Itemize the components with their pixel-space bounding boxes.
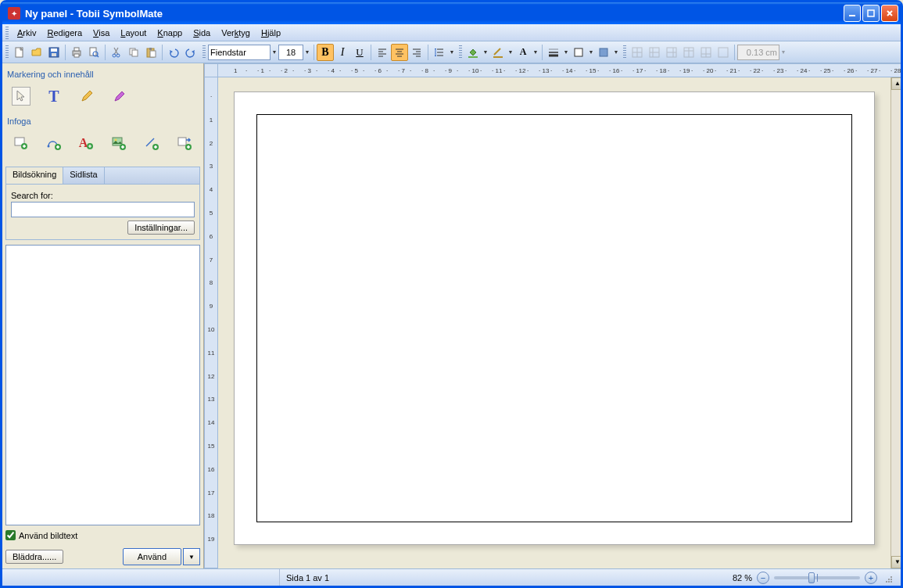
- print-button[interactable]: [68, 44, 85, 61]
- zoom-slider[interactable]: [774, 576, 860, 579]
- line-style-button[interactable]: [545, 44, 562, 61]
- canvas-area: 1·· 1·· 2·· 3·· 4·· 5·· 6·· 7·· 8·· 9·· …: [204, 63, 901, 568]
- underline-button[interactable]: U: [351, 44, 368, 61]
- svg-rect-40: [600, 48, 607, 56]
- open-button[interactable]: [28, 44, 45, 61]
- italic-button[interactable]: I: [334, 44, 351, 61]
- main-area: Markering och innehåll T Infoga A Bildsö…: [2, 63, 901, 568]
- new-button[interactable]: [11, 44, 28, 61]
- unit-display: 0.13 cm: [737, 45, 779, 60]
- toolbar-grip-1: [5, 45, 9, 59]
- menubar-grip: [5, 27, 9, 39]
- menu-redigera[interactable]: Redigera: [41, 27, 88, 39]
- use-button-dropdown[interactable]: ▼: [183, 548, 200, 565]
- copy-button[interactable]: [125, 44, 142, 61]
- border-button[interactable]: [570, 44, 587, 61]
- paste-button[interactable]: [142, 44, 159, 61]
- insert-object-tool[interactable]: [12, 134, 30, 152]
- grid-5-button[interactable]: [697, 44, 715, 61]
- horizontal-ruler[interactable]: 1·· 1·· 2·· 3·· 4·· 5·· 6·· 7·· 8·· 9·· …: [218, 63, 901, 77]
- border-dropdown[interactable]: ▼: [587, 44, 595, 61]
- cut-button[interactable]: [108, 44, 125, 61]
- grid-4-button[interactable]: [680, 44, 697, 61]
- undo-button[interactable]: [165, 44, 182, 61]
- bold-button[interactable]: B: [317, 44, 334, 61]
- grid-6-button[interactable]: [715, 44, 732, 61]
- print-preview-button[interactable]: [85, 44, 102, 61]
- use-button[interactable]: Använd: [123, 548, 181, 565]
- menu-visa[interactable]: Visa: [88, 27, 115, 39]
- svg-rect-17: [149, 48, 152, 50]
- font-size-dropdown[interactable]: ▼: [303, 44, 311, 61]
- menu-arkiv[interactable]: Arkiv: [12, 27, 41, 39]
- sidebar-tabs: Bildsökning Sidlista: [5, 167, 200, 184]
- text-tool[interactable]: T: [45, 87, 63, 106]
- toolbar-grip-4: [623, 45, 626, 59]
- maximize-button[interactable]: [862, 5, 880, 22]
- vertical-scrollbar[interactable]: ▲ ▼: [890, 77, 901, 568]
- insert-line-tool[interactable]: [142, 134, 161, 152]
- font-family-select[interactable]: [208, 45, 271, 60]
- font-color-dropdown[interactable]: ▼: [532, 44, 539, 61]
- resize-grip-icon[interactable]: [882, 572, 893, 583]
- svg-point-75: [890, 576, 892, 578]
- grid-2-button[interactable]: [646, 44, 663, 61]
- menu-hjalp[interactable]: Hjälp: [256, 27, 286, 39]
- svg-rect-18: [150, 51, 156, 57]
- redo-button[interactable]: [182, 44, 199, 61]
- use-caption-checkbox[interactable]: [5, 530, 16, 540]
- shape-fill-dropdown[interactable]: ▼: [612, 44, 620, 61]
- line-color-dropdown[interactable]: ▼: [507, 44, 514, 61]
- zoom-in-button[interactable]: +: [865, 572, 877, 584]
- menu-layout[interactable]: Layout: [115, 27, 152, 39]
- line-spacing-button[interactable]: [431, 44, 448, 61]
- menu-knapp[interactable]: Knapp: [152, 27, 188, 39]
- scroll-down-button[interactable]: ▼: [891, 556, 901, 568]
- fill-color-button[interactable]: [464, 44, 482, 61]
- line-spacing-dropdown[interactable]: ▼: [448, 44, 456, 61]
- svg-rect-39: [575, 48, 582, 56]
- zoom-thumb[interactable]: [808, 572, 815, 583]
- sidebar-section-selection: Markering och innehåll: [7, 70, 199, 79]
- save-button[interactable]: [45, 44, 63, 61]
- unit-dropdown[interactable]: ▼: [779, 44, 787, 61]
- fill-color-dropdown[interactable]: ▼: [482, 44, 489, 61]
- line-color-button[interactable]: [489, 44, 507, 61]
- browse-button[interactable]: Bläddra......: [5, 550, 63, 564]
- minimize-button[interactable]: [844, 5, 861, 22]
- shape-fill-button[interactable]: [595, 44, 612, 61]
- font-size-select[interactable]: [278, 45, 303, 60]
- insert-text-tool[interactable]: A: [77, 134, 96, 152]
- insert-shape-tool[interactable]: [45, 134, 63, 152]
- font-color-button[interactable]: A: [514, 44, 532, 61]
- align-right-button[interactable]: [408, 44, 425, 61]
- eyedropper-tool[interactable]: [110, 87, 129, 106]
- search-results: [5, 245, 200, 525]
- pointer-tool[interactable]: [12, 87, 30, 106]
- menu-verktyg[interactable]: Verktyg: [216, 27, 256, 39]
- insert-link-tool[interactable]: [175, 134, 194, 152]
- line-style-dropdown[interactable]: ▼: [562, 44, 570, 61]
- grid-1-button[interactable]: [629, 44, 646, 61]
- sidebar-section-insert: Infoga: [7, 117, 199, 126]
- page-content-frame[interactable]: [256, 114, 852, 522]
- align-left-button[interactable]: [374, 44, 391, 61]
- close-button[interactable]: [881, 5, 898, 22]
- canvas-viewport[interactable]: [218, 77, 890, 568]
- toolbar-grip-3: [459, 45, 462, 59]
- page[interactable]: [234, 91, 875, 545]
- settings-button[interactable]: Inställningar...: [127, 220, 195, 235]
- vertical-ruler[interactable]: ·12345678910111213141516171819: [204, 77, 218, 568]
- toolbar: ▼ ▼ B I U ▼ ▼ ▼ A ▼ ▼ ▼: [2, 41, 901, 63]
- grid-3-button[interactable]: [663, 44, 680, 61]
- search-input[interactable]: [11, 202, 195, 217]
- insert-image-tool[interactable]: [109, 134, 128, 152]
- zoom-out-button[interactable]: −: [757, 572, 769, 584]
- tab-sidlista[interactable]: Sidlista: [63, 167, 104, 184]
- align-center-button[interactable]: [391, 44, 408, 61]
- menu-sida[interactable]: Sida: [188, 27, 216, 39]
- pencil-tool[interactable]: [77, 87, 96, 106]
- font-family-dropdown[interactable]: ▼: [271, 44, 278, 61]
- scroll-up-button[interactable]: ▲: [891, 77, 901, 90]
- tab-bildsokning[interactable]: Bildsökning: [6, 167, 63, 185]
